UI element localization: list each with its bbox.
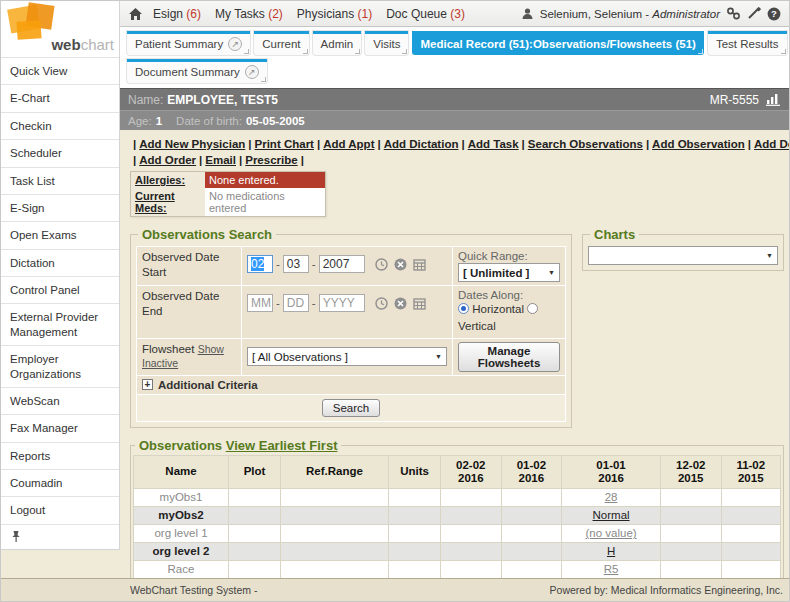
separator: | xyxy=(317,138,320,150)
tab-test-results[interactable]: Test Results xyxy=(708,31,787,55)
obs-value-link[interactable]: R5 xyxy=(604,563,619,575)
start-year-input[interactable]: 2007 xyxy=(319,255,365,273)
obs-value-link[interactable]: Normal xyxy=(593,509,630,521)
radio-vertical[interactable] xyxy=(527,303,538,314)
obs-ref-range xyxy=(281,560,389,578)
current-meds-link[interactable]: Current Meds: xyxy=(131,188,205,216)
action-link-prescribe[interactable]: Prescribe xyxy=(245,154,297,166)
action-link-add-document[interactable]: Add Document xyxy=(754,138,789,150)
action-link-email[interactable]: Email xyxy=(205,154,236,166)
topbar-item-doc-queue[interactable]: Doc Queue (3) xyxy=(386,7,465,21)
action-link-add-task[interactable]: Add Task xyxy=(468,138,519,150)
start-day-input[interactable]: 03 xyxy=(283,255,309,273)
charts-select[interactable]: ▼ xyxy=(588,246,778,265)
separator: | xyxy=(522,138,525,150)
obs-units xyxy=(389,542,441,560)
patient-name: EMPLOYEE, TEST5 xyxy=(167,93,278,107)
tab-medical-record-51-observations[interactable]: Medical Record (51):Observations/Flowshe… xyxy=(412,31,703,55)
action-link-print-chart[interactable]: Print Chart xyxy=(255,138,314,150)
sidebar-item-scheduler[interactable]: Scheduler xyxy=(1,140,119,167)
sidebar-item-coumadin[interactable]: Coumadin xyxy=(1,470,119,497)
sidebar-item-checkin[interactable]: Checkin xyxy=(1,113,119,140)
obs-value-link[interactable]: H xyxy=(607,545,615,557)
quick-range-select[interactable]: [ Unlimited ]▼ xyxy=(458,263,560,282)
action-link-add-appt[interactable]: Add Appt xyxy=(323,138,374,150)
sidebar-item-dictation[interactable]: Dictation xyxy=(1,250,119,277)
date-line1: 01-01 xyxy=(564,459,658,472)
sidebar-item-open-exams[interactable]: Open Exams xyxy=(1,222,119,249)
start-month-input[interactable]: 02 xyxy=(247,255,273,273)
calendar-icon[interactable] xyxy=(413,258,426,271)
tab-document-summary[interactable]: Document Summary↗ xyxy=(127,59,267,83)
date-line1: 11-02 xyxy=(724,459,778,472)
action-link-add-observation[interactable]: Add Observation xyxy=(652,138,745,150)
end-month-input[interactable]: MM xyxy=(247,294,273,312)
tab-visits[interactable]: Visits xyxy=(365,31,408,55)
popout-icon[interactable]: ↗ xyxy=(228,37,242,51)
sidebar-item-reports[interactable]: Reports xyxy=(1,443,119,470)
table-row: myObs128 xyxy=(134,488,781,506)
sidebar-item-fax-manager[interactable]: Fax Manager xyxy=(1,415,119,442)
chart-stats-icon[interactable] xyxy=(765,93,781,106)
additional-criteria-label[interactable]: Additional Criteria xyxy=(158,379,258,391)
radio-horizontal[interactable] xyxy=(458,303,469,314)
pin-icon xyxy=(10,530,22,543)
help-icon[interactable]: ? xyxy=(767,7,781,21)
sidebar-item-e-chart[interactable]: E-Chart xyxy=(1,85,119,112)
logo-wordmark: webchart xyxy=(51,36,114,53)
obs-plot-cell xyxy=(229,524,281,542)
sidebar-item-external-provider-management[interactable]: External Provider Management xyxy=(1,304,119,346)
tab-label: Test Results xyxy=(716,38,779,50)
manage-flowsheets-button[interactable]: Manage Flowsheets xyxy=(458,342,560,372)
clear-date-icon[interactable] xyxy=(394,258,407,271)
calendar-icon[interactable] xyxy=(413,297,426,310)
date-line2: 2015 xyxy=(663,472,719,485)
obs-value-cell xyxy=(660,488,721,506)
allergies-link[interactable]: Allergies: xyxy=(131,172,205,188)
action-link-search-observations[interactable]: Search Observations xyxy=(528,138,643,150)
sidebar-item-task-list[interactable]: Task List xyxy=(1,168,119,195)
separator: | xyxy=(748,138,751,150)
sidebar-item-employer-organizations[interactable]: Employer Organizations xyxy=(1,346,119,388)
obs-ref-range xyxy=(281,542,389,560)
tab-admin[interactable]: Admin xyxy=(313,31,362,55)
tab-patient-summary[interactable]: Patient Summary↗ xyxy=(127,31,250,55)
popout-icon[interactable]: ↗ xyxy=(245,65,259,79)
expand-criteria-icon[interactable] xyxy=(142,379,153,390)
home-icon[interactable] xyxy=(128,7,143,21)
charts-panel: Charts ▼ xyxy=(582,227,784,271)
separator: | xyxy=(248,138,251,150)
sidebar-item-control-panel[interactable]: Control Panel xyxy=(1,277,119,304)
topbar-item-my-tasks[interactable]: My Tasks (2) xyxy=(215,7,283,21)
sidebar-item-quick-view[interactable]: Quick View xyxy=(1,58,119,85)
link-icon[interactable] xyxy=(726,7,741,20)
sidebar-item-e-sign[interactable]: E-Sign xyxy=(1,195,119,222)
topbar-item-esign[interactable]: Esign (6) xyxy=(153,7,201,21)
time-picker-icon[interactable] xyxy=(375,258,388,271)
quick-range-label: Quick Range: xyxy=(458,250,560,262)
obs-value-link[interactable]: 28 xyxy=(605,491,618,503)
sidebar-item-webscan[interactable]: WebScan xyxy=(1,388,119,415)
action-link-add-dictation[interactable]: Add Dictation xyxy=(384,138,459,150)
footer-left: WebChart Testing System - xyxy=(130,584,257,596)
action-link-add-new-physician[interactable]: Add New Physician xyxy=(139,138,245,150)
obs-value-cell xyxy=(721,506,780,524)
sidebar-pin-button[interactable] xyxy=(1,525,119,549)
tab-current[interactable]: Current xyxy=(254,31,308,55)
obs-value-cell xyxy=(721,488,780,506)
flowsheet-select[interactable]: [ All Observations ]▼ xyxy=(247,347,447,366)
topbar-item-physicians[interactable]: Physicians (1) xyxy=(297,7,372,21)
webchart-logo[interactable]: webchart xyxy=(1,1,119,58)
search-button[interactable]: Search xyxy=(322,399,380,417)
sidebar-item-logout[interactable]: Logout xyxy=(1,497,119,524)
end-year-input[interactable]: YYYY xyxy=(319,294,365,312)
time-picker-icon[interactable] xyxy=(375,297,388,310)
separator: | xyxy=(133,154,136,166)
end-day-input[interactable]: DD xyxy=(283,294,309,312)
dates-along-label: Dates Along: xyxy=(458,289,560,301)
action-link-add-order[interactable]: Add Order xyxy=(139,154,196,166)
wand-icon[interactable] xyxy=(747,7,761,20)
clear-date-icon[interactable] xyxy=(394,297,407,310)
obs-value-link[interactable]: (no value) xyxy=(585,527,636,539)
view-earliest-first-link[interactable]: View Earliest First xyxy=(226,438,338,453)
